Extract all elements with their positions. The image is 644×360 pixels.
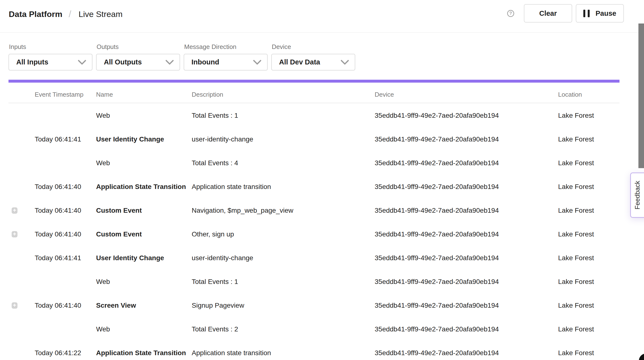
- event-location: Lake Forest: [558, 325, 620, 333]
- event-name: Application State Transition: [96, 349, 192, 357]
- chevron-down-icon: [166, 60, 174, 65]
- header-actions: ? Clear Pause: [507, 4, 624, 22]
- column-header-device: Device: [375, 91, 558, 98]
- table-row[interactable]: + Today 06:41:40 Screen View Signup Page…: [8, 294, 620, 317]
- table-row[interactable]: Today 06:41:40 Application State Transit…: [8, 175, 620, 199]
- table-row[interactable]: + Today 06:41:40 Custom Event Navigation…: [8, 199, 620, 222]
- message-direction-select[interactable]: Inbound: [184, 54, 268, 70]
- event-timestamp: Today 06:41:41: [35, 135, 96, 143]
- event-timestamp: Today 06:41:41: [35, 254, 96, 262]
- filter-message-direction: Message Direction Inbound: [184, 33, 268, 70]
- event-location: Lake Forest: [558, 230, 620, 238]
- table-row[interactable]: Today 06:41:22 Application State Transit…: [8, 341, 620, 360]
- column-header-location: Location: [558, 91, 620, 98]
- event-timestamp: Today 06:41:40: [35, 302, 96, 309]
- table-row[interactable]: Web Total Events : 1 35eddb41-9ff9-49e2-…: [8, 270, 620, 294]
- message-direction-select-value: Inbound: [192, 58, 219, 66]
- chevron-down-icon: [253, 60, 261, 65]
- event-device-id: 35eddb41-9ff9-49e2-7aed-20afa90eb194: [375, 135, 558, 143]
- event-device-id: 35eddb41-9ff9-49e2-7aed-20afa90eb194: [375, 159, 558, 167]
- event-description: Signup Pageview: [192, 302, 375, 309]
- breadcrumb-separator: /: [69, 9, 71, 19]
- expand-row-button[interactable]: +: [12, 231, 18, 237]
- event-description: user-identity-change: [192, 135, 375, 143]
- table-row[interactable]: Web Total Events : 2 35eddb41-9ff9-49e2-…: [8, 317, 620, 341]
- event-device-id: 35eddb41-9ff9-49e2-7aed-20afa90eb194: [375, 254, 558, 262]
- vertical-scrollbar-thumb[interactable]: [638, 23, 644, 168]
- event-location: Lake Forest: [558, 135, 620, 143]
- event-timestamp: Today 06:41:22: [35, 349, 96, 357]
- column-header-name: Name: [96, 91, 192, 98]
- event-location: Lake Forest: [558, 349, 620, 357]
- event-name: Web: [96, 278, 192, 286]
- event-name: Screen View: [96, 302, 192, 309]
- filter-outputs: Outputs All Outputs: [96, 33, 180, 70]
- inputs-select[interactable]: All Inputs: [8, 54, 92, 70]
- filter-label: Inputs: [8, 43, 92, 51]
- help-icon[interactable]: ?: [507, 10, 514, 17]
- outputs-select[interactable]: All Outputs: [96, 54, 180, 70]
- chevron-down-icon: [78, 60, 86, 65]
- table-header: Event Timestamp Name Description Device …: [8, 83, 620, 103]
- pause-button-label: Pause: [596, 9, 616, 17]
- event-description: Total Events : 4: [192, 159, 375, 167]
- event-name: Application State Transition: [96, 183, 192, 191]
- column-header-event-timestamp: Event Timestamp: [35, 91, 96, 98]
- event-device-id: 35eddb41-9ff9-49e2-7aed-20afa90eb194: [375, 349, 558, 357]
- event-name: Custom Event: [96, 230, 192, 238]
- filter-device: Device All Dev Data: [271, 33, 355, 70]
- event-location: Lake Forest: [558, 207, 620, 214]
- event-description: Navigation, $mp_web_page_view: [192, 207, 375, 214]
- chevron-down-icon: [341, 60, 349, 65]
- page-title: Live Stream: [78, 9, 122, 19]
- filter-inputs: Inputs All Inputs: [8, 33, 92, 70]
- event-description: Other, sign up: [192, 230, 375, 238]
- chat-widget-button[interactable]: [639, 354, 644, 360]
- table-row[interactable]: + Today 06:41:40 Custom Event Other, sig…: [8, 222, 620, 246]
- event-description: user-identity-change: [192, 254, 375, 262]
- filter-label: Message Direction: [184, 43, 268, 51]
- clear-button[interactable]: Clear: [524, 4, 572, 22]
- event-timestamp: Today 06:41:40: [35, 207, 96, 214]
- event-device-id: 35eddb41-9ff9-49e2-7aed-20afa90eb194: [375, 325, 558, 333]
- event-location: Lake Forest: [558, 278, 620, 286]
- event-device-id: 35eddb41-9ff9-49e2-7aed-20afa90eb194: [375, 183, 558, 191]
- event-description: Total Events : 1: [192, 278, 375, 286]
- event-location: Lake Forest: [558, 112, 620, 119]
- event-name: User Identity Change: [96, 254, 192, 262]
- breadcrumb-root[interactable]: Data Platform: [9, 9, 62, 19]
- event-device-id: 35eddb41-9ff9-49e2-7aed-20afa90eb194: [375, 207, 558, 214]
- clear-button-label: Clear: [539, 9, 557, 17]
- event-device-id: 35eddb41-9ff9-49e2-7aed-20afa90eb194: [375, 112, 558, 119]
- feedback-tab[interactable]: Feedback: [630, 173, 644, 218]
- expand-row-button[interactable]: +: [12, 302, 18, 309]
- event-stream-list: Web Total Events : 1 35eddb41-9ff9-49e2-…: [8, 104, 620, 360]
- event-name: Web: [96, 159, 192, 167]
- inputs-select-value: All Inputs: [16, 58, 48, 66]
- event-timestamp: Today 06:41:40: [35, 230, 96, 238]
- filter-bar: Inputs All Inputs Outputs All Outputs Me…: [8, 33, 355, 70]
- device-select[interactable]: All Dev Data: [271, 54, 355, 70]
- event-location: Lake Forest: [558, 159, 620, 167]
- event-location: Lake Forest: [558, 183, 620, 191]
- event-name: Web: [96, 112, 192, 119]
- event-location: Lake Forest: [558, 254, 620, 262]
- event-location: Lake Forest: [558, 302, 620, 309]
- filter-label: Outputs: [96, 43, 180, 51]
- breadcrumb: Data Platform / Live Stream: [9, 2, 122, 26]
- event-name: User Identity Change: [96, 135, 192, 143]
- table-row[interactable]: Today 06:41:41 User Identity Change user…: [8, 127, 620, 151]
- filter-label: Device: [271, 43, 355, 51]
- event-device-id: 35eddb41-9ff9-49e2-7aed-20afa90eb194: [375, 230, 558, 238]
- column-header-description: Description: [192, 91, 375, 98]
- table-row[interactable]: Today 06:41:41 User Identity Change user…: [8, 246, 620, 270]
- pause-button[interactable]: Pause: [576, 4, 624, 22]
- expand-row-button[interactable]: +: [12, 207, 18, 214]
- table-row[interactable]: Web Total Events : 1 35eddb41-9ff9-49e2-…: [8, 104, 620, 127]
- table-row[interactable]: Web Total Events : 4 35eddb41-9ff9-49e2-…: [8, 151, 620, 175]
- app-header: Data Platform / Live Stream ? Clear Paus…: [0, 0, 644, 33]
- event-description: Application state transition: [192, 349, 375, 357]
- accent-divider: [8, 80, 620, 83]
- event-description: Total Events : 2: [192, 325, 375, 333]
- outputs-select-value: All Outputs: [104, 58, 142, 66]
